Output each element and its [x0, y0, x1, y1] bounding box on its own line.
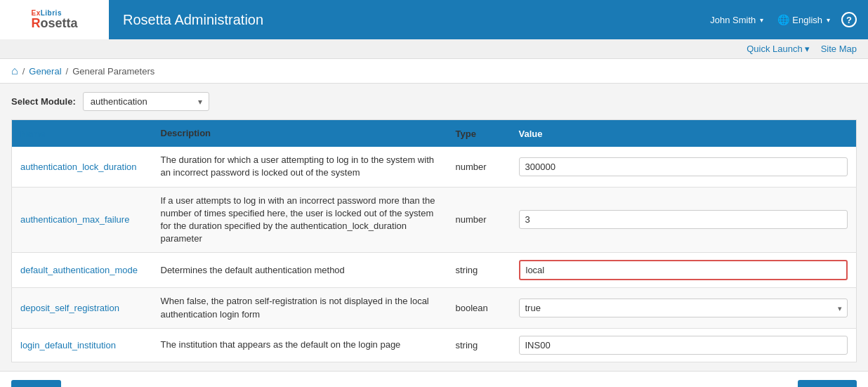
quick-launch-link[interactable]: Quick Launch ▾ [747, 44, 810, 54]
table-row: default_authentication_modeDetermines th… [12, 253, 857, 288]
user-name: John Smith [710, 15, 756, 25]
param-value-cell: truefalse▾ [511, 288, 857, 328]
col-header-name: Name [12, 120, 152, 147]
param-type: number [447, 187, 511, 253]
breadcrumb-sep-1: / [22, 66, 25, 77]
site-map-link[interactable]: Site Map [821, 44, 857, 54]
breadcrumb: ⌂ / General / General Parameters [0, 59, 868, 84]
param-description: When false, the patron self-registration… [152, 288, 447, 328]
breadcrumb-sep-2: / [66, 66, 69, 77]
value-input[interactable] [519, 210, 848, 229]
param-value-cell [511, 187, 857, 253]
param-value-cell [511, 147, 857, 187]
param-value-cell [511, 253, 857, 288]
header-right: John Smith ▾ 🌐 English ▾ ? [704, 11, 857, 28]
table-row: login_default_institutionThe institution… [12, 328, 857, 362]
table-row: deposit_self_registrationWhen false, the… [12, 288, 857, 328]
quick-launch-label: Quick Launch [747, 44, 803, 54]
breadcrumb-general-link[interactable]: General [29, 66, 61, 77]
breadcrumb-current: General Parameters [72, 66, 154, 77]
value-input[interactable] [519, 260, 848, 280]
param-description: Determines the default authentication me… [152, 253, 447, 288]
user-menu[interactable]: John Smith ▾ [704, 12, 769, 28]
col-header-value: Value [511, 120, 857, 147]
logo-bottom-text: Rosetta [31, 17, 77, 31]
help-button[interactable]: ? [841, 12, 857, 27]
module-select[interactable]: authentication deposit general ingest [83, 92, 209, 111]
sub-nav-bar: Quick Launch ▾ Site Map [0, 39, 868, 59]
globe-icon: 🌐 [777, 14, 789, 25]
back-button[interactable]: Back [11, 380, 61, 387]
top-header: ExLibris Rosetta Rosetta Administration … [0, 0, 868, 39]
main-content: Select Module: authentication deposit ge… [0, 84, 868, 371]
param-name: default_authentication_mode [12, 253, 152, 288]
params-table: Name Description Type Value authenticati… [11, 119, 857, 362]
page-title: Rosetta Administration [123, 12, 704, 28]
language-label: English [792, 15, 822, 25]
param-type: number [447, 147, 511, 187]
logo-rest: osetta [40, 16, 77, 30]
table-header-row: Name Description Type Value [12, 120, 857, 147]
logo-area: ExLibris Rosetta [0, 0, 109, 39]
quick-launch-chevron-icon: ▾ [805, 44, 810, 54]
col-header-description: Description [152, 120, 447, 147]
language-menu[interactable]: 🌐 English ▾ [772, 11, 836, 28]
module-select-wrapper: authentication deposit general ingest ▾ [83, 92, 209, 111]
col-header-type: Type [447, 120, 511, 147]
param-name: deposit_self_registration [12, 288, 152, 328]
table-row: authentication_max_failureIf a user atte… [12, 187, 857, 253]
param-type: boolean [447, 288, 511, 328]
logo-r: R [31, 16, 40, 30]
lang-chevron-icon: ▾ [827, 16, 830, 24]
param-description: The institution that appears as the defa… [152, 328, 447, 362]
param-name: authentication_max_failure [12, 187, 152, 253]
help-label: ? [846, 15, 852, 25]
param-description: The duration for which a user attempting… [152, 147, 447, 187]
param-description: If a user attempts to log in with an inc… [152, 187, 447, 253]
footer-bar: Back Update [0, 371, 868, 387]
param-value-cell [511, 328, 857, 362]
update-button[interactable]: Update [798, 380, 857, 387]
value-input[interactable] [519, 157, 848, 176]
select-module-label: Select Module: [11, 96, 76, 107]
param-type: string [447, 253, 511, 288]
select-module-row: Select Module: authentication deposit ge… [11, 92, 857, 111]
user-chevron-icon: ▾ [760, 16, 763, 24]
param-name: login_default_institution [12, 328, 152, 362]
value-select-wrapper: truefalse▾ [519, 299, 848, 317]
table-row: authentication_lock_durationThe duration… [12, 147, 857, 187]
value-select[interactable]: truefalse [519, 299, 848, 317]
site-map-label: Site Map [821, 44, 857, 54]
home-link[interactable]: ⌂ [11, 65, 18, 77]
param-type: string [447, 328, 511, 362]
value-input[interactable] [519, 336, 848, 355]
logo-container: ExLibris Rosetta [31, 9, 77, 31]
param-name: authentication_lock_duration [12, 147, 152, 187]
